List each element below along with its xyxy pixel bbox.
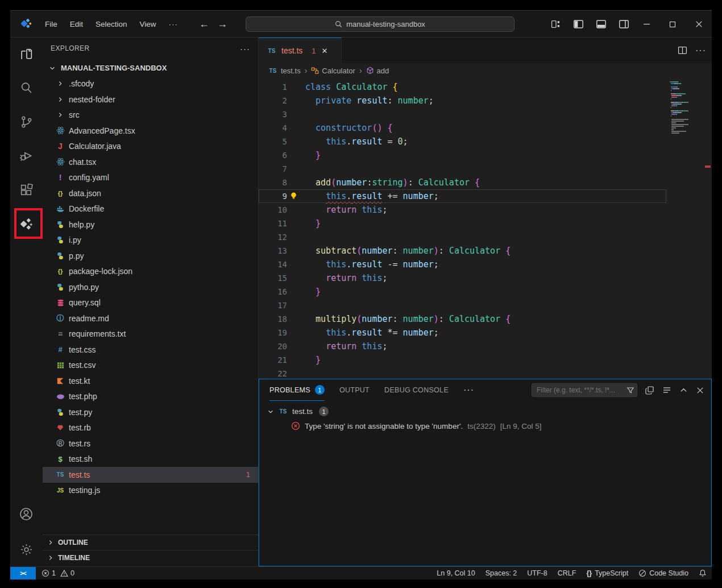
code-line-4[interactable]: 4 constructor() { bbox=[259, 121, 666, 135]
minimap[interactable] bbox=[670, 81, 703, 134]
tab-problems[interactable]: PROBLEMS 1 bbox=[269, 379, 325, 401]
tree-root[interactable]: MANUAL-TESTING-SANDBOX bbox=[43, 60, 258, 76]
toggle-panel-icon[interactable] bbox=[592, 16, 609, 33]
status-language-mode[interactable]: {} TypeScript bbox=[581, 569, 633, 577]
close-panel-icon[interactable] bbox=[696, 386, 704, 395]
breadcrumb-class[interactable]: Calculator bbox=[311, 67, 355, 75]
search-sidebar-icon[interactable] bbox=[13, 74, 40, 101]
status-eol[interactable]: CRLF bbox=[553, 569, 582, 577]
open-in-editor-icon[interactable] bbox=[645, 386, 654, 395]
customize-layout-icon[interactable] bbox=[547, 16, 564, 33]
toggle-sidebar-icon[interactable] bbox=[570, 16, 587, 33]
tab-output[interactable]: OUTPUT bbox=[339, 379, 370, 401]
tree-item-package-lock.json[interactable]: {}package-lock.json bbox=[43, 264, 258, 280]
maximize-icon[interactable] bbox=[659, 11, 686, 38]
tree-item-testing.js[interactable]: JStesting.js bbox=[43, 483, 258, 499]
tree-item-chat.tsx[interactable]: chat.tsx bbox=[43, 154, 258, 170]
close-icon[interactable] bbox=[686, 11, 712, 38]
tree-item-test.sh[interactable]: $test.sh bbox=[43, 452, 258, 467]
toggle-secondary-sidebar-icon[interactable] bbox=[615, 16, 632, 33]
code-line-8[interactable]: 8 add(number:string): Calculator { bbox=[259, 176, 666, 189]
code-line-15[interactable]: 15 return this; bbox=[259, 271, 666, 285]
outline-section[interactable]: OUTLINE bbox=[43, 535, 258, 550]
menu-file[interactable]: File bbox=[39, 17, 64, 31]
tree-item-src[interactable]: src bbox=[43, 107, 258, 123]
notifications-bell-icon[interactable] bbox=[694, 569, 712, 577]
code-line-6[interactable]: 6 } bbox=[259, 148, 666, 162]
tree-item-.sfcody[interactable]: .sfcody bbox=[43, 76, 258, 92]
tree-item-query.sql[interactable]: query.sql bbox=[43, 295, 258, 311]
account-icon[interactable] bbox=[13, 500, 40, 528]
code-line-2[interactable]: 2 private result: number; bbox=[259, 94, 666, 107]
forward-icon[interactable]: → bbox=[217, 18, 227, 30]
menu-more-icon[interactable]: ··· bbox=[163, 17, 185, 31]
code-line-19[interactable]: 19 this.result *= number; bbox=[259, 326, 666, 339]
code-editor[interactable]: 1class Calculator {2 private result: num… bbox=[259, 78, 712, 379]
code-line-21[interactable]: 21 } bbox=[259, 353, 666, 367]
problem-row[interactable]: Type 'string' is not assignable to type … bbox=[259, 419, 711, 433]
code-line-5[interactable]: 5 this.result = 0; bbox=[259, 135, 666, 148]
tree-item-Dockerfile[interactable]: Dockerfile bbox=[43, 201, 258, 217]
tree-item-test.kt[interactable]: test.kt bbox=[43, 373, 258, 389]
code-line-12[interactable]: 12 bbox=[259, 230, 666, 244]
tree-item-Calculator.java[interactable]: JCalculator.java bbox=[43, 139, 258, 155]
tree-item-test.rs[interactable]: Ⓡtest.rs bbox=[43, 436, 258, 452]
run-debug-icon[interactable] bbox=[13, 142, 40, 169]
tree-item-test.ts[interactable]: TStest.ts1 bbox=[43, 467, 258, 483]
code-line-1[interactable]: 1class Calculator { bbox=[259, 80, 666, 94]
tree-item-p.py[interactable]: p.py bbox=[43, 248, 258, 264]
tab-debug-console[interactable]: DEBUG CONSOLE bbox=[384, 379, 449, 401]
code-line-18[interactable]: 18 multiply(number: number): Calculator … bbox=[259, 312, 666, 326]
split-editor-icon[interactable] bbox=[678, 45, 687, 55]
sparkle-ai-icon[interactable] bbox=[13, 210, 40, 238]
status-problems[interactable]: 1 0 bbox=[36, 569, 80, 577]
tab-close-icon[interactable]: ✕ bbox=[322, 47, 328, 55]
explorer-more-icon[interactable]: ··· bbox=[240, 44, 250, 53]
code-line-10[interactable]: 10 return this; bbox=[259, 203, 666, 217]
tree-item-test.csv[interactable]: test.csv bbox=[43, 358, 258, 374]
minimize-icon[interactable] bbox=[633, 11, 659, 38]
tree-item-test.py[interactable]: test.py bbox=[43, 404, 258, 420]
tree-item-readme.md[interactable]: ⓘreadme.md bbox=[43, 310, 258, 326]
tab-test-ts[interactable]: TS test.ts 1 ✕ bbox=[259, 38, 342, 63]
problems-filter-input[interactable] bbox=[537, 386, 626, 394]
tree-item-i.py[interactable]: i.py bbox=[43, 233, 258, 249]
lightbulb-icon[interactable] bbox=[289, 192, 298, 200]
tree-item-nested-folder[interactable]: nested-folder bbox=[43, 92, 258, 107]
back-icon[interactable]: ← bbox=[199, 18, 209, 30]
command-center-search[interactable]: manual-testing-sandbox bbox=[246, 16, 514, 32]
tree-item-help.py[interactable]: help.py bbox=[43, 217, 258, 233]
problems-file-group[interactable]: TS test.ts 1 bbox=[259, 404, 711, 419]
code-line-22[interactable]: 22 bbox=[259, 367, 666, 379]
remote-indicator[interactable]: >< bbox=[10, 567, 36, 579]
panel-tabs-more-icon[interactable]: ··· bbox=[463, 385, 474, 395]
explorer-icon[interactable] bbox=[13, 40, 40, 67]
code-line-14[interactable]: 14 this.result -= number; bbox=[259, 258, 666, 271]
breadcrumb-file[interactable]: TS test.ts bbox=[268, 66, 301, 75]
tree-item-config.yaml[interactable]: !config.yaml bbox=[43, 170, 258, 186]
code-line-7[interactable]: 7 bbox=[259, 162, 666, 176]
maximize-panel-icon[interactable] bbox=[679, 386, 688, 395]
breadcrumb-method[interactable]: add bbox=[366, 67, 389, 75]
tree-item-test.css[interactable]: #test.css bbox=[43, 342, 258, 358]
code-line-16[interactable]: 16 } bbox=[259, 285, 666, 299]
menu-selection[interactable]: Selection bbox=[89, 17, 134, 31]
tree-item-pytho.py[interactable]: pytho.py bbox=[43, 279, 258, 295]
code-line-17[interactable]: 17 bbox=[259, 299, 666, 312]
status-encoding[interactable]: UTF-8 bbox=[522, 569, 552, 577]
code-line-11[interactable]: 11 } bbox=[259, 217, 666, 230]
code-line-9[interactable]: 9 this.result += number; bbox=[259, 189, 666, 203]
extensions-icon[interactable] bbox=[13, 176, 40, 204]
status-product[interactable]: Code Studio bbox=[633, 569, 694, 577]
view-as-list-icon[interactable] bbox=[662, 386, 671, 395]
tree-item-test.rb[interactable]: test.rb bbox=[43, 420, 258, 436]
menu-edit[interactable]: Edit bbox=[64, 17, 89, 31]
tree-item-requirements.txt[interactable]: ≡requirements.txt bbox=[43, 326, 258, 342]
tree-item-AdvancedPage.tsx[interactable]: AdvancedPage.tsx bbox=[43, 123, 258, 139]
tree-item-test.php[interactable]: test.php bbox=[43, 389, 258, 405]
menu-view[interactable]: View bbox=[134, 17, 163, 31]
code-line-3[interactable]: 3 bbox=[259, 107, 666, 121]
filter-icon[interactable] bbox=[626, 386, 634, 394]
status-indentation[interactable]: Spaces: 2 bbox=[480, 569, 522, 577]
settings-gear-icon[interactable] bbox=[13, 536, 40, 563]
